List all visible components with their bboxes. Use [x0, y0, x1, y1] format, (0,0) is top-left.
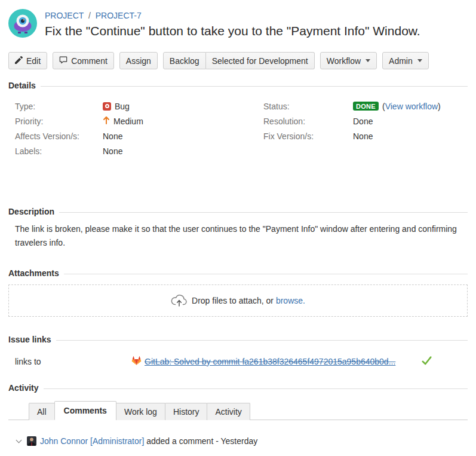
- attachment-dropzone[interactable]: Drop files to attach, or browse.: [8, 284, 468, 317]
- issue-link-row: links to GitLab: Solved by commit fa261b…: [8, 356, 468, 367]
- edit-button[interactable]: Edit: [8, 52, 47, 69]
- fix-version-row: Fix Version/s: None: [257, 128, 468, 143]
- affects-version-value: None: [103, 131, 122, 141]
- activity-tabs: All Comments Work log History Activity: [8, 400, 468, 420]
- details-spacer: [8, 158, 468, 195]
- status-row: Status: DONE (View workflow): [257, 99, 468, 114]
- section-rule: [41, 86, 468, 87]
- section-rule: [56, 340, 468, 341]
- comment-button-label: Comment: [71, 56, 108, 66]
- toolbar: Edit Comment Assign Backlog Selected for…: [8, 52, 468, 69]
- priority-medium-arrow-icon: [103, 116, 110, 126]
- bug-icon: [103, 102, 111, 111]
- header-text: PROJECT / PROJECT-7 Fix the "Continue" b…: [45, 9, 420, 38]
- priority-value-text: Medium: [113, 117, 143, 126]
- status-label: Status:: [263, 102, 353, 111]
- status-value: DONE (View workflow): [353, 102, 441, 111]
- view-workflow-wrap: (View workflow): [382, 102, 441, 111]
- labels-value: None: [103, 146, 122, 156]
- comment-header: John Connor [Administrator] added a comm…: [8, 436, 468, 446]
- labels-row: Labels: None: [8, 143, 257, 158]
- link-relation-label: links to: [15, 357, 131, 366]
- issue-links-section: Issue links links to GitLab: Solved by c…: [8, 335, 468, 367]
- section-rule: [44, 388, 468, 389]
- workflow-transition-group: Backlog Selected for Development: [163, 52, 315, 69]
- selected-for-development-label: Selected for Development: [212, 56, 308, 66]
- fix-version-value: None: [353, 131, 373, 141]
- issue-links-heading: Issue links: [8, 335, 51, 344]
- breadcrumb-project-link[interactable]: PROJECT: [45, 11, 84, 20]
- drop-files-text: Drop files to attach, or: [192, 296, 274, 305]
- resolution-value: Done: [353, 117, 373, 126]
- issue-title: Fix the "Continue" button to take you to…: [45, 24, 420, 38]
- priority-value: Medium: [103, 116, 143, 126]
- priority-row: Priority: Medium: [8, 114, 257, 128]
- tab-work-log[interactable]: Work log: [116, 403, 165, 420]
- details-right-column: Status: DONE (View workflow) Resolution:…: [257, 99, 468, 158]
- resolved-check-icon: [422, 356, 432, 367]
- details-left-column: Type: Bug Priority: Medium: [8, 99, 257, 158]
- workflow-dropdown-button[interactable]: Workflow: [320, 52, 377, 69]
- collapse-chevron-icon[interactable]: [16, 437, 22, 443]
- chevron-down-icon: [417, 59, 422, 62]
- edit-button-label: Edit: [26, 56, 41, 66]
- comment-action-text: added a comment - Yesterday: [146, 436, 257, 446]
- type-value: Bug: [103, 102, 130, 111]
- view-workflow-link[interactable]: View workflow: [385, 102, 438, 111]
- admin-dropdown-button[interactable]: Admin: [382, 52, 429, 69]
- activity-section-head: Activity: [8, 383, 468, 393]
- attachments-heading: Attachments: [8, 268, 59, 278]
- type-row: Type: Bug: [8, 99, 257, 114]
- section-rule: [64, 274, 468, 274]
- details-heading: Details: [8, 81, 36, 90]
- resolution-label: Resolution:: [263, 117, 353, 126]
- pencil-icon: [15, 56, 23, 66]
- issue-page: PROJECT / PROJECT-7 Fix the "Continue" b…: [0, 9, 476, 456]
- browse-link[interactable]: browse.: [276, 296, 305, 305]
- activity-heading: Activity: [8, 383, 39, 393]
- assign-button[interactable]: Assign: [119, 52, 158, 69]
- tab-all[interactable]: All: [29, 403, 55, 420]
- admin-button-label: Admin: [389, 56, 413, 66]
- description-text: The link is broken, please make it so th…: [8, 222, 467, 250]
- comment-author-link[interactable]: John Connor [Administrator]: [40, 436, 144, 446]
- tab-comments[interactable]: Comments: [54, 401, 116, 420]
- backlog-button-label: Backlog: [170, 56, 199, 66]
- details-section-head: Details: [8, 81, 468, 90]
- details-section: Details Type: Bug Priority:: [8, 81, 468, 195]
- description-heading: Description: [8, 207, 54, 216]
- type-value-text: Bug: [115, 102, 130, 111]
- breadcrumb-separator: /: [88, 11, 91, 20]
- attachments-section: Attachments Drop files to attach, or bro…: [8, 268, 468, 317]
- chevron-down-icon: [366, 59, 370, 62]
- selected-for-development-button[interactable]: Selected for Development: [206, 52, 315, 69]
- description-section-head: Description: [8, 207, 468, 216]
- description-section: Description The link is broken, please m…: [8, 207, 468, 250]
- gitlab-commit-link[interactable]: GitLab: Solved by commit fa261b38f326465…: [145, 357, 395, 366]
- workflow-button-label: Workflow: [327, 56, 361, 66]
- comment-meta: John Connor [Administrator] added a comm…: [40, 436, 257, 446]
- dropzone-text: Drop files to attach, or browse.: [192, 296, 305, 305]
- comment-button[interactable]: Comment: [53, 52, 114, 69]
- attachments-section-head: Attachments: [8, 268, 468, 278]
- speech-bubble-icon: [59, 56, 67, 66]
- backlog-button[interactable]: Backlog: [163, 52, 206, 69]
- priority-label: Priority:: [15, 117, 103, 126]
- type-label: Type:: [15, 102, 103, 111]
- affects-version-label: Affects Version/s:: [15, 131, 103, 141]
- breadcrumb-issue-link[interactable]: PROJECT-7: [96, 11, 142, 20]
- gitlab-icon: [131, 356, 142, 367]
- labels-label: Labels:: [15, 146, 103, 156]
- section-rule: [59, 212, 468, 213]
- breadcrumb: PROJECT / PROJECT-7: [45, 11, 420, 20]
- tab-activity[interactable]: Activity: [207, 403, 250, 420]
- details-grid: Type: Bug Priority: Medium: [8, 99, 468, 158]
- tab-history[interactable]: History: [165, 403, 208, 420]
- user-avatar: [27, 436, 36, 446]
- fix-version-label: Fix Version/s:: [263, 131, 353, 141]
- issue-links-section-head: Issue links: [8, 335, 468, 344]
- project-avatar-icon: [8, 9, 37, 38]
- status-badge: DONE: [353, 102, 379, 111]
- issue-header: PROJECT / PROJECT-7 Fix the "Continue" b…: [8, 9, 468, 38]
- paren-close: ): [438, 102, 441, 111]
